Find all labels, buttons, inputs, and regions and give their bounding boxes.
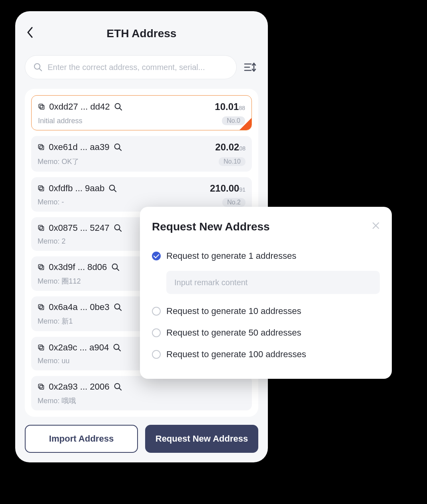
svg-line-24 [117, 268, 119, 270]
svg-rect-33 [40, 385, 44, 389]
address-text: 0xfdfb ... 9aab [49, 183, 104, 194]
back-button[interactable] [26, 27, 34, 41]
radio-icon[interactable] [152, 328, 161, 337]
svg-rect-26 [38, 305, 42, 309]
address-text: 0x3d9f ... 8d06 [49, 262, 107, 272]
svg-rect-10 [38, 145, 42, 149]
svg-rect-17 [40, 227, 44, 231]
request-address-modal: Request New Address Request to generate … [140, 207, 392, 379]
balance-main: 210.00 [210, 183, 239, 194]
lookup-icon[interactable] [113, 343, 122, 352]
memo-text: Memo: OK了 [38, 157, 79, 166]
svg-rect-22 [38, 264, 42, 268]
option-label: Request to generate 10 addresses [166, 306, 301, 316]
import-address-button[interactable]: Import Address [25, 425, 138, 453]
svg-line-1 [40, 69, 42, 71]
svg-line-16 [114, 190, 116, 192]
memo-text: Memo: 哦哦 [38, 396, 76, 406]
balance-sub: 91 [239, 186, 245, 193]
generate-option[interactable]: Request to generate 10 addresses [152, 300, 380, 322]
lookup-icon[interactable] [111, 263, 120, 272]
svg-rect-21 [40, 266, 44, 270]
lookup-icon[interactable] [114, 382, 122, 391]
sort-button[interactable] [242, 59, 258, 75]
balance-sub: 88 [239, 105, 245, 111]
close-icon[interactable] [372, 222, 380, 232]
svg-rect-29 [40, 346, 44, 350]
memo-text: Initial address [38, 117, 82, 125]
copy-icon[interactable] [38, 144, 45, 151]
serial-badge: No.2 [222, 198, 245, 207]
lookup-icon[interactable] [114, 102, 123, 111]
svg-rect-5 [40, 105, 44, 109]
lookup-icon[interactable] [114, 303, 122, 312]
copy-icon[interactable] [38, 383, 45, 390]
memo-text: Memo: uu [38, 357, 70, 365]
svg-line-8 [120, 108, 122, 110]
copy-icon[interactable] [38, 344, 45, 351]
svg-line-20 [119, 230, 121, 232]
option-label: Request to generate 50 addresses [166, 328, 301, 338]
page-title: ETH Address [25, 27, 258, 40]
option-label: Request to generate 1 addresses [166, 251, 296, 261]
generate-option[interactable]: Request to generate 50 addresses [152, 322, 380, 344]
copy-icon[interactable] [38, 264, 45, 271]
svg-rect-25 [40, 306, 44, 310]
svg-rect-34 [38, 384, 42, 388]
search-box[interactable] [25, 55, 237, 79]
address-text: 0x2a9c ... a904 [49, 342, 109, 353]
lookup-icon[interactable] [114, 143, 122, 152]
copy-icon[interactable] [38, 224, 45, 232]
svg-line-28 [119, 309, 121, 311]
radio-icon[interactable] [152, 307, 161, 316]
copy-icon[interactable] [38, 103, 45, 110]
radio-icon[interactable] [152, 350, 161, 359]
radio-checked-icon[interactable] [152, 252, 161, 260]
svg-rect-9 [40, 146, 44, 150]
modal-title: Request New Address [152, 220, 270, 233]
memo-text: Memo: 2 [38, 237, 66, 246]
memo-text: Memo: 圈112 [38, 276, 81, 286]
memo-text: Memo: - [38, 198, 64, 206]
address-text: 0x2a93 ... 2006 [49, 382, 110, 392]
svg-rect-6 [39, 104, 43, 108]
generate-option[interactable]: Request to generate 1 addresses [152, 245, 380, 267]
svg-rect-30 [38, 345, 42, 349]
generate-option[interactable]: Request to generate 100 addresses [152, 344, 380, 365]
footer-buttons: Import Address Request New Address [25, 425, 258, 453]
remark-input[interactable] [166, 271, 380, 294]
balance-main: 10.01 [215, 101, 239, 112]
header: ETH Address [25, 24, 258, 43]
svg-line-36 [119, 388, 121, 390]
copy-icon[interactable] [38, 304, 45, 311]
svg-line-12 [119, 149, 121, 151]
option-label: Request to generate 100 addresses [166, 349, 306, 360]
svg-line-32 [119, 349, 121, 351]
lookup-icon[interactable] [114, 224, 122, 232]
address-item[interactable]: 0xdd27 ... dd4210.0188Initial addressNo.… [31, 95, 252, 130]
address-text: 0xdd27 ... dd42 [49, 102, 110, 112]
lookup-icon[interactable] [108, 184, 117, 193]
search-input[interactable] [48, 63, 228, 72]
memo-text: Memo: 新1 [38, 316, 73, 326]
address-text: 0x0875 ... 5247 [49, 223, 110, 233]
balance-main: 20.02 [215, 142, 239, 153]
balance-sub: 08 [239, 145, 245, 152]
address-item[interactable]: 0x2a93 ... 2006Memo: 哦哦 [31, 376, 252, 410]
svg-rect-14 [38, 186, 42, 190]
search-row [25, 55, 258, 79]
search-icon [33, 62, 43, 72]
address-text: 0x6a4a ... 0be3 [49, 302, 110, 312]
address-item[interactable]: 0xe61d ... aa3920.0208Memo: OK了No.10 [31, 136, 252, 171]
address-text: 0xe61d ... aa39 [49, 142, 110, 152]
svg-rect-18 [38, 226, 42, 230]
serial-badge: No.0 [222, 116, 245, 125]
modal-header: Request New Address [152, 220, 380, 233]
svg-rect-13 [40, 187, 44, 191]
serial-badge: No.10 [219, 157, 245, 166]
request-new-address-button[interactable]: Request New Address [145, 425, 258, 453]
copy-icon[interactable] [38, 185, 45, 192]
